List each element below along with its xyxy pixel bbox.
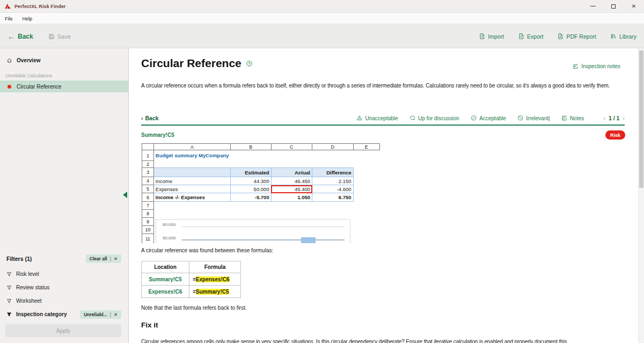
sidebar-item-circular-reference[interactable]: Circular Reference <box>0 81 128 92</box>
filter-risk-level-label: Risk level <box>16 271 39 277</box>
cell-C3: Actual <box>271 168 312 177</box>
filter-inspection-category[interactable]: Inspection categoryUnreliabl...|✕ <box>6 308 121 321</box>
cell-D3: Difference <box>312 168 354 177</box>
row-header-1: 1 <box>142 150 154 161</box>
minimize-icon <box>590 6 596 6</box>
review-back-button[interactable]: ‹ Back <box>141 115 159 121</box>
export-button[interactable]: Export <box>518 33 543 40</box>
up-for-discussion-button[interactable]: Up for discussion <box>409 115 459 121</box>
filters-panel: Filters (1) Clear all | ✕ Risk levelRevi… <box>0 252 128 343</box>
menu-help[interactable]: Help <box>18 16 38 21</box>
cell-B4: 44.300 <box>231 177 272 185</box>
maximize-button[interactable] <box>603 0 624 12</box>
export-label: Export <box>527 33 543 40</box>
notes-button[interactable]: Notes <box>561 115 584 121</box>
help-icon[interactable]: ? <box>246 60 253 67</box>
cell-C4: 46.450 <box>271 177 312 185</box>
cell-D6: 6.750 <box>312 193 354 202</box>
chip-separator: | <box>110 256 111 261</box>
chart-bar <box>301 237 316 243</box>
back-arrow-icon: ← <box>8 33 15 40</box>
library-button[interactable]: Library <box>610 33 636 40</box>
vertical-scrollbar[interactable] <box>638 48 644 343</box>
file-import-icon <box>479 33 485 40</box>
check-circle-icon <box>471 115 477 121</box>
filter-inspection-category-label: Inspection category <box>16 311 67 317</box>
save-button[interactable]: Save <box>48 33 71 40</box>
inspection-notes-label: Inspection notes <box>581 63 620 69</box>
cell-C7 <box>271 202 312 210</box>
funnel-filled-icon <box>6 312 12 317</box>
main-content: Circular Reference ? Inspection notes A … <box>129 48 638 343</box>
unacceptable-label: Unacceptable <box>365 115 398 121</box>
apply-filters-button[interactable]: Apply <box>5 324 121 337</box>
unacceptable-button[interactable]: Unacceptable <box>356 115 398 121</box>
overview-label: Overview <box>17 57 40 63</box>
app-body: Overview Unreliable Calculations Circula… <box>0 48 644 343</box>
clear-all-label: Clear all <box>90 256 107 261</box>
filter-risk-level[interactable]: Risk level <box>6 267 121 281</box>
cell-B8 <box>231 210 272 218</box>
cell-D5: -4.600 <box>312 185 354 193</box>
acceptable-button[interactable]: Acceptable <box>471 115 506 121</box>
collapse-sidebar-icon[interactable] <box>123 192 127 198</box>
pencil-square-icon <box>561 115 568 121</box>
close-button[interactable]: ✕ <box>624 0 644 12</box>
warning-triangle-icon <box>356 115 363 121</box>
cell-reference-label[interactable]: Summary!C5 <box>141 132 174 138</box>
sheet-corner <box>142 144 154 150</box>
cell-E4 <box>353 177 379 185</box>
sidebar-item-overview[interactable]: Overview <box>0 53 128 67</box>
filter-review-status[interactable]: Review status <box>6 281 121 294</box>
cell-A6: Income -/- Expenses <box>153 193 230 202</box>
page-title-text: Circular Reference <box>141 57 241 70</box>
notes-label: Notes <box>570 115 584 121</box>
acceptable-label: Acceptable <box>479 115 506 121</box>
note-text: Note that the last formula refers back t… <box>141 305 247 311</box>
minimize-button[interactable] <box>583 0 603 12</box>
inspection-notes-button[interactable]: Inspection notes <box>573 63 620 69</box>
menu-file[interactable]: File <box>0 16 18 21</box>
clear-all-filters-button[interactable]: Clear all | ✕ <box>86 254 121 263</box>
row-header-4: 4 <box>142 177 154 185</box>
page-prev-icon[interactable]: ‹ <box>603 115 605 121</box>
page-next-icon[interactable]: › <box>623 115 625 121</box>
page-indicator: 1 / 1 <box>609 115 619 121</box>
chevron-left-icon: ‹ <box>141 115 143 121</box>
formula-location-0[interactable]: Summary!C5 <box>142 273 189 286</box>
risk-badge: Risk <box>605 130 625 140</box>
import-button[interactable]: Import <box>479 33 504 40</box>
pdf-report-button[interactable]: PDF Report <box>557 33 596 40</box>
filter-inspection-category-chip[interactable]: Unreliabl...|✕ <box>80 310 121 319</box>
filter-worksheet[interactable]: Worksheet <box>6 294 121 308</box>
scrollbar-thumb[interactable] <box>639 50 643 188</box>
title-bar: PerfectXL Risk Finder ✕ <box>0 0 644 13</box>
cell-D7 <box>312 202 354 210</box>
speech-bubble-icon <box>409 115 416 121</box>
column-header-E: E <box>353 144 379 150</box>
funnel-icon <box>6 298 12 304</box>
formula-location-1[interactable]: Expenses!C6 <box>142 286 189 298</box>
fix-it-body: Circular references among cells only mak… <box>141 337 635 343</box>
row-header-11: 11 <box>142 234 154 244</box>
cell-C1 <box>271 150 312 161</box>
perfectxl-logo-icon <box>4 3 11 10</box>
cell-B6: -5.700 <box>231 193 272 202</box>
back-button[interactable]: ← Back <box>8 33 33 40</box>
cell-C8 <box>271 210 312 218</box>
up-for-discussion-label: Up for discussion <box>418 115 459 121</box>
row-header-6: 6 <box>142 193 154 202</box>
chart-gridline <box>182 239 345 240</box>
embedded-chart-fragment: 60.000 50.000 <box>156 219 350 243</box>
close-icon: ✕ <box>632 3 636 9</box>
row-header-8: 8 <box>142 210 154 218</box>
pdf-report-label: PDF Report <box>566 33 596 40</box>
cell-B7 <box>231 202 272 210</box>
row-header-9: 9 <box>142 218 154 226</box>
sidebar-section-label: Unreliable Calculations <box>0 73 128 78</box>
cell-E11 <box>353 234 379 244</box>
irrelevant-button[interactable]: Irrelevant <box>517 115 548 121</box>
column-header-D: D <box>312 144 354 150</box>
row-header-2: 2 <box>142 161 154 168</box>
column-header-A: A <box>153 144 230 150</box>
